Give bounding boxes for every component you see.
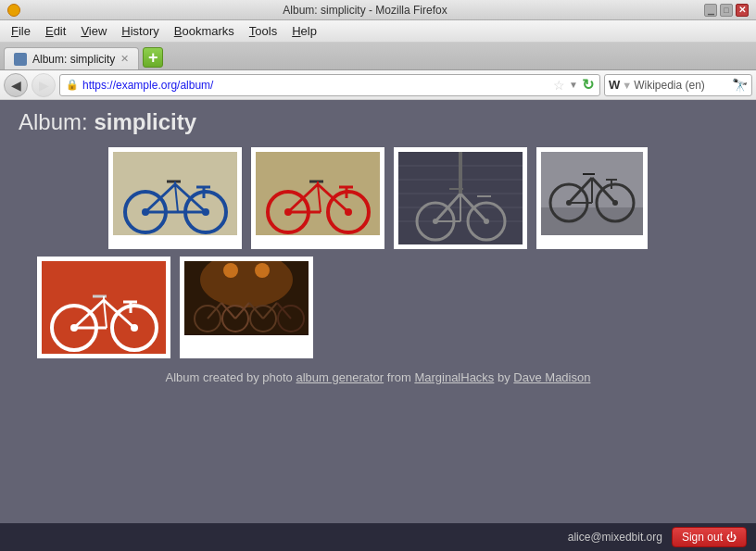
browser-icon — [7, 3, 22, 18]
tab-bar: Album: simplicity ✕ + — [0, 43, 756, 70]
photo-5-image — [42, 261, 166, 354]
photo-grid — [19, 143, 737, 363]
search-bar[interactable]: W ▼ Wikipedia (en) 🔭 — [604, 74, 752, 96]
title-bar: Album: simplicity - Mozilla Firefox ▁ □ … — [0, 0, 756, 20]
binoculars-icon[interactable]: 🔭 — [732, 78, 748, 93]
search-text: Wikipedia (en) — [634, 79, 730, 92]
page-content: Album: simplicity — [0, 100, 756, 551]
photo-row-1 — [28, 147, 728, 249]
album-name: simplicity — [94, 109, 196, 134]
photo-2-image — [256, 152, 380, 235]
menu-bookmarks[interactable]: Bookmarks — [167, 22, 242, 40]
forward-button: ▶ — [32, 73, 56, 97]
marginalhacks-link[interactable]: MarginalHacks — [414, 370, 494, 384]
tab-close-icon[interactable]: ✕ — [120, 53, 129, 65]
search-dropdown-icon[interactable]: ▼ — [622, 80, 632, 91]
window-title: Album: simplicity - Mozilla Firefox — [26, 4, 704, 17]
dave-madison-link[interactable]: Dave Madison — [513, 370, 590, 384]
sign-out-button[interactable]: Sign out ⏻ — [672, 527, 747, 547]
minimize-button[interactable]: ▁ — [704, 4, 717, 17]
menu-file[interactable]: File — [4, 22, 38, 40]
svg-point-73 — [223, 263, 238, 278]
photo-6[interactable] — [180, 257, 313, 358]
album-label: Album: — [19, 109, 88, 134]
user-email: alice@mixedbit.org — [568, 531, 662, 544]
photo-5[interactable] — [37, 257, 170, 358]
tab-album[interactable]: Album: simplicity ✕ — [4, 47, 139, 69]
menu-help[interactable]: Help — [284, 22, 324, 40]
maximize-button[interactable]: □ — [720, 4, 733, 17]
new-tab-button[interactable]: + — [143, 47, 163, 68]
photo-2[interactable] — [251, 147, 384, 249]
svg-rect-46 — [541, 207, 643, 235]
album-heading: Album: simplicity — [19, 109, 737, 135]
photo-1[interactable] — [108, 147, 242, 249]
close-button[interactable]: ✕ — [736, 4, 749, 17]
sign-out-label: Sign out — [682, 531, 723, 544]
menu-view[interactable]: View — [73, 22, 114, 40]
photo-1-image — [113, 152, 237, 235]
photo-3-image — [398, 152, 523, 244]
footer-text-2: from — [387, 370, 415, 384]
footer: Album created by photo album generator f… — [19, 370, 737, 384]
footer-text-1: Album created by photo — [166, 370, 296, 384]
dropdown-arrow-icon[interactable]: ▼ — [569, 80, 578, 90]
menu-tools[interactable]: Tools — [242, 22, 284, 40]
bookmark-star-icon[interactable]: ☆ — [553, 78, 565, 93]
photo-6-image — [184, 261, 309, 335]
photo-4-image — [541, 152, 643, 235]
menu-history[interactable]: History — [114, 22, 166, 40]
tab-favicon — [14, 53, 27, 66]
photo-row-2 — [28, 257, 728, 358]
search-engine-logo: W — [609, 78, 620, 92]
menu-bar: File Edit View History Bookmarks Tools H… — [0, 20, 756, 43]
address-bar[interactable]: 🔒 https://example.org/album/ ☆ ▼ ↻ — [59, 74, 600, 96]
back-button[interactable]: ◀ — [4, 73, 28, 97]
nav-bar: ◀ ▶ 🔒 https://example.org/album/ ☆ ▼ ↻ W… — [0, 70, 756, 100]
lock-icon: 🔒 — [66, 79, 79, 91]
photo-4[interactable] — [536, 147, 648, 249]
svg-point-74 — [255, 263, 270, 278]
url-text: https://example.org/album/ — [82, 79, 549, 92]
power-icon: ⏻ — [726, 532, 737, 543]
album-generator-link[interactable]: album generator — [296, 370, 384, 384]
bottom-bar: alice@mixedbit.org Sign out ⏻ — [0, 523, 756, 551]
menu-edit[interactable]: Edit — [38, 22, 73, 40]
reload-button[interactable]: ↻ — [582, 76, 594, 94]
tab-label: Album: simplicity — [32, 53, 115, 66]
footer-text-3: by — [498, 370, 513, 384]
photo-3[interactable] — [394, 147, 527, 249]
